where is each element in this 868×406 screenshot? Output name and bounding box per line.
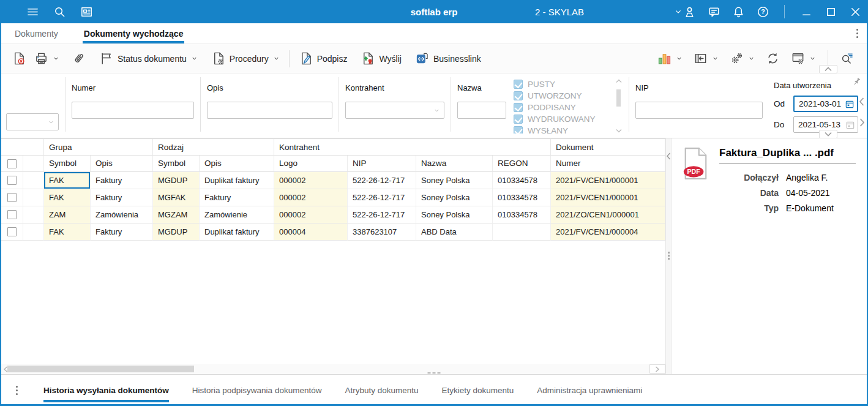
checkbox-checked-icon[interactable] [514,80,523,89]
horizontal-scrollbar[interactable] [1,364,665,374]
column-header-logo[interactable]: Logo [274,156,348,172]
pin-icon[interactable] [851,77,862,87]
company-selector[interactable]: 2 - SKYLAB [535,0,683,23]
nazwa-input[interactable] [457,102,506,119]
column-header-regon[interactable]: REGON [493,156,551,172]
column-header-nazwa[interactable]: Nazwa [416,156,493,172]
status-option[interactable]: PUSTY [514,78,615,90]
app-title: softlab erp [411,0,458,23]
help-icon[interactable]: ? [755,4,771,20]
nip-input[interactable] [635,102,763,119]
row-checkbox[interactable] [7,227,17,236]
opis-input[interactable] [207,102,332,119]
maximize-button[interactable] [823,4,839,20]
tab-etykiety-dokumentu[interactable]: Etykiety dokumentu [442,377,514,404]
column-header-nip[interactable]: NIP [348,156,416,172]
column-header-numer[interactable]: Numer [551,156,665,172]
table-row[interactable]: FAK Faktury MGDUP Duplikat faktury 00000… [1,172,665,189]
date-from-input[interactable]: 2021-03-01 [793,96,858,112]
calendar-icon[interactable] [845,120,855,130]
refresh-button[interactable] [761,49,784,68]
divider-drag-handle[interactable] [428,372,441,374]
calendar-icon[interactable] [845,99,855,109]
group-header-dokument[interactable]: Dokument [551,139,665,156]
window-settings-button[interactable] [787,49,820,68]
businesslink-button[interactable]: Businesslink [411,49,485,68]
filter-collapse-down-button[interactable] [819,130,837,138]
delete-document-button[interactable] [7,49,30,68]
filter-section-kontrahent: Kontrahent [345,73,444,138]
select-all-checkbox[interactable] [7,159,17,168]
filter-next-button[interactable] [858,118,866,129]
chevron-down-icon [191,55,198,62]
scroll-right-icon[interactable] [649,364,665,374]
podpisz-button[interactable]: Podpisz [294,49,352,68]
hamburger-menu-icon[interactable] [24,4,40,20]
active-tab-underline [83,41,185,43]
tab-administracja-uprawnieniami[interactable]: Administracja uprawnieniami [537,377,642,404]
print-button[interactable] [30,49,64,68]
status-option[interactable]: UTWORZONY [514,90,615,102]
filter-unlabeled-select[interactable] [6,113,59,130]
tab-dokumenty[interactable]: Dokumenty [15,23,58,43]
close-button[interactable] [847,4,863,20]
search-icon[interactable] [51,4,67,20]
scroll-down-icon[interactable] [616,129,622,133]
column-header-opis2[interactable]: Opis [200,156,274,172]
search-filter-button[interactable] [836,49,858,68]
column-header-symbol[interactable]: Symbol [44,156,91,172]
collapse-detail-panel-icon[interactable] [665,152,672,162]
status-list-scrollbar[interactable] [615,78,623,133]
column-header-opis[interactable]: Opis [91,156,153,172]
table-row[interactable]: FAK Faktury MGDUP Duplikat faktury 00000… [1,224,665,241]
minimize-button[interactable] [798,4,814,20]
cell-grupa-symbol[interactable]: FAK [44,172,91,189]
kontrahent-select[interactable] [345,102,444,119]
wyslij-button[interactable]: Wyślij [356,49,405,68]
chat-icon[interactable] [706,4,722,20]
scroll-up-icon[interactable] [616,79,622,83]
row-checkbox[interactable] [7,176,17,185]
filter-prev-button[interactable] [858,97,866,108]
detail-panel-splitter[interactable] [665,138,672,374]
status-option[interactable]: WYDRUKOWANY [514,113,615,125]
chart-view-button[interactable] [653,49,687,68]
group-header-kontrahent[interactable]: Kontrahent [274,139,551,156]
filter-collapse-up-button[interactable] [819,65,837,73]
pdf-file-icon[interactable]: PDF [681,147,709,180]
document-file-name[interactable]: Faktura_Duplika ... .pdf [719,147,856,164]
settings-gears-button[interactable] [725,49,759,68]
company-selector-label: 2 - SKYLAB [535,7,584,17]
table-row[interactable]: FAK Faktury MGFAK Faktury 000002 522-26-… [1,189,665,206]
row-checkbox[interactable] [7,193,17,202]
user-icon[interactable] [681,4,697,20]
group-header-rodzaj[interactable]: Rodzaj [153,139,274,156]
status-dokumentu-button[interactable]: Status dokumentu [95,49,202,68]
checkbox-checked-icon[interactable] [514,103,523,112]
newspaper-icon[interactable] [78,4,94,20]
tab-historia-podpisywania[interactable]: Historia podpisywania dokumentów [192,377,322,404]
splitter-drag-handle[interactable] [668,252,670,260]
status-option[interactable]: PODPISANY [514,102,615,113]
tab-historia-wysylania[interactable]: Historia wysyłania dokumentów [43,377,169,404]
tab-atrybuty-dokumentu[interactable]: Atrybuty dokumentu [345,377,418,404]
scrollbar-thumb[interactable] [7,366,194,372]
numer-input[interactable] [72,102,194,119]
scrollbar-thumb[interactable] [616,89,621,107]
checkbox-checked-icon[interactable] [514,126,523,133]
row-checkbox[interactable] [7,210,17,219]
status-option[interactable]: WYSŁANY [514,125,615,133]
bottom-tabs-menu-icon[interactable] [13,383,20,397]
group-header-grupa[interactable]: Grupa [44,139,153,156]
procedury-button[interactable]: Procedury [207,49,284,68]
tab-dokumenty-wychodzace[interactable]: Dokumenty wychodzące [84,23,184,43]
tabbar-overflow-menu-icon[interactable] [854,26,861,40]
column-header-symbol2[interactable]: Symbol [153,156,200,172]
svg-text:PDF: PDF [687,168,701,175]
table-row[interactable]: ZAM Zamówienia MGZAM Zamówienie 000002 5… [1,206,665,224]
checkbox-checked-icon[interactable] [514,115,523,124]
layout-panel-button[interactable] [689,49,723,68]
notifications-icon[interactable] [730,4,746,20]
attach-button[interactable] [67,49,90,68]
checkbox-checked-icon[interactable] [514,91,523,100]
